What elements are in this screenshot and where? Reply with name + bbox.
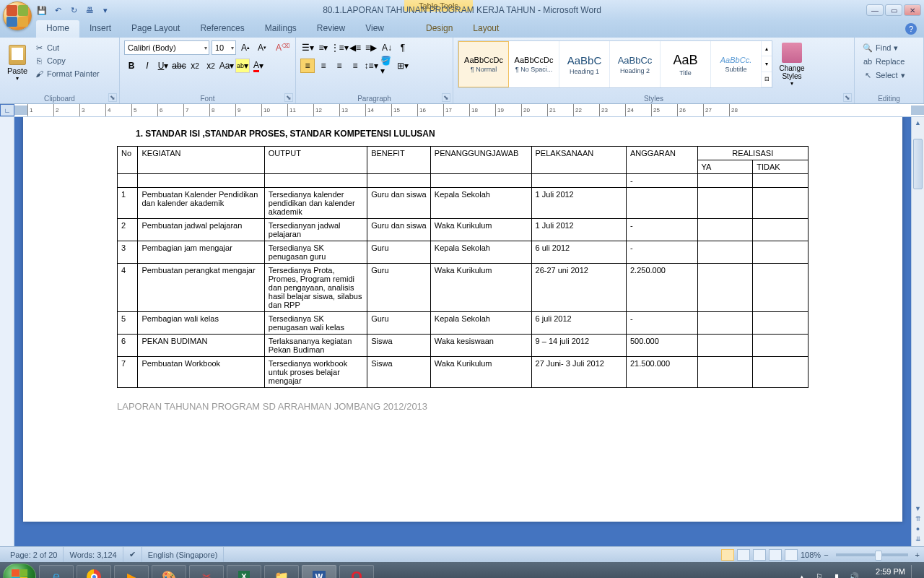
taskbar-excel[interactable]: X bbox=[227, 565, 261, 578]
cut-button[interactable]: ✂Cut bbox=[32, 42, 102, 53]
grow-font-button[interactable]: A▴ bbox=[238, 40, 253, 55]
borders-button[interactable]: ⊞▾ bbox=[396, 59, 410, 73]
taskbar-ie[interactable]: e bbox=[39, 565, 74, 578]
styles-launcher[interactable]: ⬊ bbox=[843, 93, 852, 102]
page-indicator[interactable]: Page: 2 of 20 bbox=[4, 547, 64, 562]
outline-view[interactable] bbox=[769, 549, 782, 561]
style-item[interactable]: AaBTitle bbox=[661, 41, 711, 87]
replace-button[interactable]: abReplace bbox=[860, 56, 918, 67]
font-launcher[interactable]: ⬊ bbox=[284, 93, 293, 102]
taskbar-snip[interactable]: ✂ bbox=[189, 565, 224, 578]
full-screen-view[interactable] bbox=[737, 549, 750, 561]
draft-view[interactable] bbox=[785, 549, 798, 561]
styles-gallery[interactable]: AaBbCcDc¶ NormalAaBbCcDc¶ No Spaci...AaB… bbox=[458, 40, 772, 88]
tab-home[interactable]: Home bbox=[36, 20, 79, 38]
table-row[interactable]: 7Pembuatan WorkbookTersedianya workbook … bbox=[118, 357, 808, 388]
zoom-out-button[interactable]: − bbox=[824, 551, 828, 559]
show-desktop-button[interactable] bbox=[911, 565, 918, 578]
italic-button[interactable]: I bbox=[140, 59, 154, 73]
vertical-ruler[interactable] bbox=[0, 117, 14, 546]
web-layout-view[interactable] bbox=[753, 549, 766, 561]
tab-selector[interactable]: ∟ bbox=[0, 104, 14, 116]
tab-review[interactable]: Review bbox=[307, 20, 355, 38]
numbering-button[interactable]: ≡▾ bbox=[316, 40, 331, 55]
format-painter-button[interactable]: 🖌Format Painter bbox=[32, 68, 102, 79]
zoom-level[interactable]: 108% bbox=[801, 551, 821, 559]
zoom-in-button[interactable]: + bbox=[915, 551, 920, 559]
strikethrough-button[interactable]: abc bbox=[172, 59, 186, 73]
align-right-button[interactable]: ≡ bbox=[332, 59, 346, 73]
font-size-combo[interactable]: 10 bbox=[212, 40, 236, 55]
next-page-button[interactable]: ⇊ bbox=[912, 533, 924, 545]
superscript-button[interactable]: x2 bbox=[204, 59, 218, 73]
style-item[interactable]: AaBbCcHeading 2 bbox=[610, 41, 661, 87]
volume-icon[interactable]: 🔊 bbox=[848, 571, 860, 578]
taskbar-word[interactable]: W bbox=[302, 565, 336, 578]
horizontal-ruler[interactable]: ∟ 12345678910111213141516171819202122232… bbox=[0, 104, 924, 117]
word-count[interactable]: Words: 3,124 bbox=[64, 547, 123, 562]
underline-button[interactable]: U▾ bbox=[156, 59, 170, 73]
align-left-button[interactable]: ≡ bbox=[300, 59, 315, 73]
shading-button[interactable]: 🪣▾ bbox=[380, 59, 394, 73]
table-row[interactable]: 6PEKAN BUDIMANTerlaksananya kegiatan Pek… bbox=[118, 335, 808, 357]
qat-more-icon[interactable]: ▾ bbox=[100, 4, 111, 16]
shrink-font-button[interactable]: A▾ bbox=[255, 40, 269, 55]
align-center-button[interactable]: ≡ bbox=[316, 59, 331, 73]
tab-references[interactable]: References bbox=[190, 20, 254, 38]
vertical-scrollbar[interactable]: ▲ ▼ ⇈ ● ⇊ bbox=[911, 117, 924, 546]
taskbar-explorer[interactable]: 📁 bbox=[264, 565, 299, 578]
table-row[interactable]: 3Pembagian jam mengajarTersedianya SK pe… bbox=[118, 241, 808, 264]
network-icon[interactable]: ▮ bbox=[831, 571, 842, 578]
font-color-button[interactable]: A▾ bbox=[251, 59, 266, 73]
tab-layout[interactable]: Layout bbox=[463, 20, 509, 38]
clear-formatting-button[interactable]: A⌫ bbox=[271, 40, 286, 55]
tray-more-icon[interactable]: ▴ bbox=[796, 571, 808, 578]
proofing-button[interactable]: ✔ bbox=[123, 547, 142, 562]
styles-gallery-more[interactable]: ▴▾⊟ bbox=[762, 41, 772, 87]
tab-design[interactable]: Design bbox=[416, 20, 463, 38]
print-icon[interactable]: 🖶 bbox=[84, 4, 95, 16]
bullets-button[interactable]: ☰▾ bbox=[300, 40, 315, 55]
help-icon[interactable]: ? bbox=[905, 23, 917, 35]
line-spacing-button[interactable]: ↕≡▾ bbox=[364, 59, 378, 73]
clipboard-launcher[interactable]: ⬊ bbox=[108, 93, 117, 102]
paste-button[interactable]: Paste ▾ bbox=[4, 39, 30, 87]
bold-button[interactable]: B bbox=[124, 59, 139, 73]
table-row[interactable]: 4Pembuatan perangkat mengajarTersedianya… bbox=[118, 264, 808, 312]
office-button[interactable] bbox=[3, 1, 32, 30]
subscript-button[interactable]: x2 bbox=[188, 59, 202, 73]
change-styles-button[interactable]: Change Styles ▾ bbox=[775, 39, 808, 90]
show-marks-button[interactable]: ¶ bbox=[396, 40, 410, 55]
multilevel-button[interactable]: ⋮≡▾ bbox=[332, 40, 346, 55]
language-indicator[interactable]: English (Singapore) bbox=[142, 547, 225, 562]
increase-indent-button[interactable]: ≡▶ bbox=[364, 40, 378, 55]
taskbar-mediaplayer[interactable]: ▶ bbox=[114, 565, 149, 578]
highlight-button[interactable]: ab▾ bbox=[235, 59, 250, 73]
section-heading[interactable]: 1. STANDAR ISI ,STANDAR PROSES, STANDAR … bbox=[136, 129, 808, 139]
taskbar-paint[interactable]: 🎨 bbox=[152, 565, 186, 578]
style-item[interactable]: AaBbCHeading 1 bbox=[559, 41, 610, 87]
table-row[interactable]: 5Pembagian wali kelasTersedianya SK penu… bbox=[118, 312, 808, 335]
data-table[interactable]: No KEGIATAN OUTPUT BENEFIT PENANGGUNGJAW… bbox=[117, 146, 808, 388]
decrease-indent-button[interactable]: ◀≡ bbox=[348, 40, 362, 55]
paragraph-launcher[interactable]: ⬊ bbox=[442, 93, 450, 102]
taskbar-opera[interactable]: O bbox=[339, 565, 374, 578]
copy-button[interactable]: ⎘Copy bbox=[32, 55, 102, 66]
scroll-up-button[interactable]: ▲ bbox=[912, 117, 924, 129]
tab-view[interactable]: View bbox=[355, 20, 394, 38]
justify-button[interactable]: ≡ bbox=[348, 59, 362, 73]
maximize-button[interactable]: ▭ bbox=[885, 4, 902, 16]
start-button[interactable] bbox=[3, 564, 36, 578]
tab-mailings[interactable]: Mailings bbox=[255, 20, 307, 38]
style-item[interactable]: AaBbCcDc¶ No Spaci... bbox=[509, 41, 559, 87]
table-row[interactable]: 2Pembuatan jadwal pelajaranTersedianyan … bbox=[118, 219, 808, 241]
font-name-combo[interactable]: Calibri (Body) bbox=[124, 40, 209, 55]
print-layout-view[interactable] bbox=[721, 549, 734, 561]
flag-icon[interactable]: ⚐ bbox=[814, 571, 825, 578]
clock[interactable]: 2:59 PM 11/29/2020 bbox=[866, 567, 905, 578]
taskbar-chrome[interactable] bbox=[77, 565, 111, 578]
redo-icon[interactable]: ↻ bbox=[68, 4, 79, 16]
tab-insert[interactable]: Insert bbox=[79, 20, 121, 38]
save-icon[interactable]: 💾 bbox=[36, 4, 48, 16]
tab-page-layout[interactable]: Page Layout bbox=[121, 20, 190, 38]
